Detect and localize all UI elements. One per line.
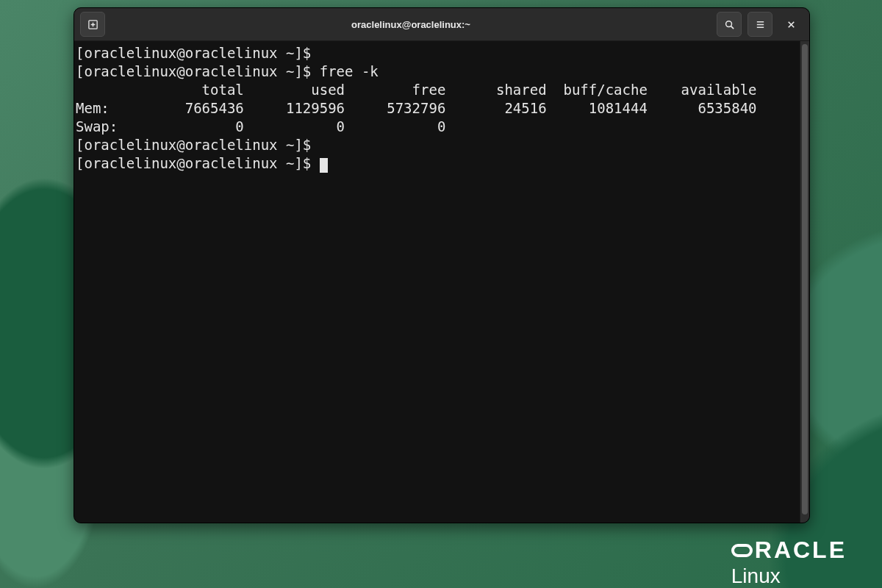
close-icon	[786, 19, 797, 30]
menu-button[interactable]	[747, 12, 772, 37]
terminal-text-area[interactable]: [oraclelinux@oraclelinux ~]$ [oraclelinu…	[74, 41, 800, 523]
oracle-text: RACLE	[755, 538, 847, 562]
scrollbar-thumb[interactable]	[802, 44, 808, 514]
cursor	[320, 158, 328, 173]
oracle-wordmark: RACLE	[731, 538, 847, 562]
titlebar: oraclelinux@oraclelinux:~	[74, 8, 809, 41]
close-button[interactable]	[778, 12, 803, 37]
hamburger-icon	[755, 19, 766, 30]
new-tab-button[interactable]	[80, 12, 105, 37]
desktop-wallpaper: oraclelinux@oraclelinux:~	[0, 0, 882, 588]
terminal-window: oraclelinux@oraclelinux:~	[74, 7, 810, 523]
search-icon	[724, 19, 735, 30]
window-title: oraclelinux@oraclelinux:~	[111, 19, 711, 30]
terminal-body[interactable]: [oraclelinux@oraclelinux ~]$ [oraclelinu…	[74, 41, 809, 523]
scrollbar[interactable]	[800, 41, 809, 523]
svg-line-4	[731, 26, 734, 29]
linux-text: Linux	[731, 564, 847, 588]
new-tab-icon	[87, 19, 98, 30]
svg-point-3	[725, 21, 731, 26]
oracle-o-icon	[731, 544, 753, 557]
search-button[interactable]	[717, 12, 742, 37]
oracle-linux-logo: RACLE Linux	[731, 538, 847, 588]
